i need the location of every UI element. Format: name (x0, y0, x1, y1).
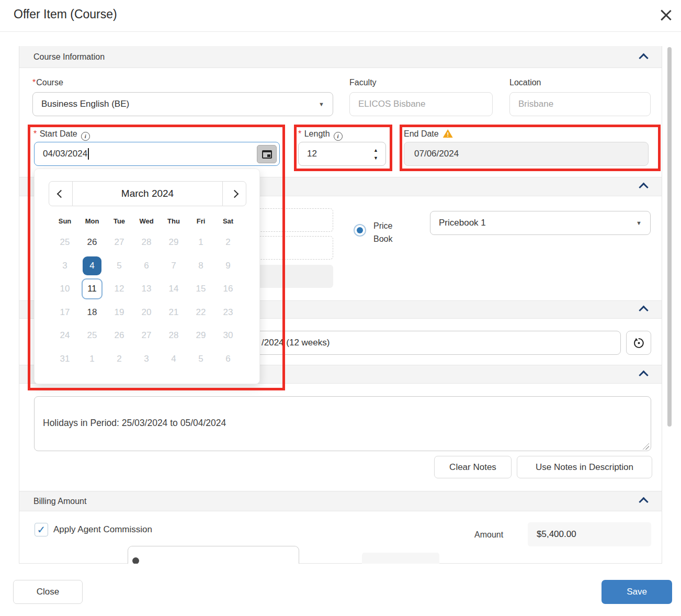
info-icon: i (81, 132, 90, 141)
price-book-radio[interactable] (354, 224, 366, 237)
end-date-field: 07/06/2024 (404, 142, 649, 166)
length-label: Lengthi (298, 129, 343, 141)
modal-title: Offer Item (Course) (14, 7, 117, 21)
previous-month-button[interactable] (49, 182, 72, 206)
calendar-day-22: 22 (191, 303, 210, 322)
notes-text: Holidays in Period: 25/03/2024 to 05/04/… (43, 418, 226, 428)
stepper-up-icon[interactable]: ▲ (373, 148, 378, 152)
calendar-day-11[interactable]: 11 (82, 278, 103, 299)
resize-handle[interactable] (642, 443, 649, 450)
next-month-button[interactable] (223, 182, 246, 206)
calendar-day-10: 10 (55, 279, 74, 298)
calendar-day-15: 15 (191, 279, 210, 298)
calendar-day-21: 21 (164, 303, 183, 322)
partial-field (128, 546, 299, 564)
faculty-value: ELICOS Bisbane (358, 99, 426, 109)
location-value: Brisbane (518, 99, 553, 109)
notes-textarea[interactable]: Holidays in Period: 25/03/2024 to 05/04/… (34, 396, 651, 451)
weekday-label: Sun (51, 217, 78, 225)
weekday-label: Thu (160, 217, 187, 225)
section-header-billing-amount: Billing Amount (19, 491, 662, 511)
calendar-day-8: 8 (191, 256, 210, 275)
calendar-day-14: 14 (164, 279, 183, 298)
calendar-day-4[interactable]: 4 (83, 256, 101, 275)
course-select[interactable]: Business English (BE) ▼ (32, 92, 333, 116)
calendar-day-6: 6 (137, 256, 156, 275)
chevron-up-icon[interactable] (639, 306, 648, 315)
warning-icon (443, 129, 453, 138)
chevron-right-icon (230, 189, 239, 198)
weekday-label: Tue (106, 217, 133, 225)
amount-field: $5,400.00 (528, 522, 651, 546)
section-title: Billing Amount (33, 497, 86, 506)
calendar-day-18[interactable]: 18 (83, 303, 101, 322)
weekday-label: Wed (133, 217, 160, 225)
scrollbar-thumb[interactable] (667, 47, 672, 427)
course-label: Course (32, 78, 63, 87)
section-title: Course Information (33, 52, 105, 62)
calendar-day-24: 24 (55, 326, 74, 345)
reset-description-button[interactable] (626, 331, 651, 355)
chevron-up-icon[interactable] (639, 497, 648, 507)
calendar-day-27: 27 (137, 326, 156, 345)
calendar-button[interactable] (257, 145, 277, 163)
calendar-month-label[interactable]: March 2024 (72, 182, 223, 206)
use-notes-in-description-button[interactable]: Use Notes in Description (517, 456, 652, 478)
calendar-day-26[interactable]: 26 (83, 233, 101, 252)
calendar-day-1: 1 (83, 350, 101, 368)
date-picker-popup: March 2024 SunMonTueWedThuFriSat 2526272… (34, 169, 260, 384)
calendar-day-28: 28 (164, 326, 183, 345)
amount-value: $5,400.00 (537, 529, 576, 540)
calendar-day-5: 5 (191, 350, 210, 368)
faculty-label: Faculty (349, 78, 377, 87)
calendar-day-12: 12 (110, 279, 129, 298)
weekday-label: Sat (214, 217, 242, 225)
apply-agent-commission-label: Apply Agent Commission (53, 524, 152, 535)
close-button[interactable]: Close (13, 580, 83, 604)
start-date-value: 04/03/2024 (43, 149, 87, 159)
pricebook-select[interactable]: Pricebook 1 ▼ (430, 211, 651, 235)
text-cursor (88, 148, 89, 160)
partial-field-content (132, 557, 139, 564)
calendar-day-30: 30 (219, 326, 237, 345)
calendar-day-16: 16 (219, 279, 237, 298)
calendar-day-13: 13 (137, 279, 156, 298)
calendar-day-19: 19 (110, 303, 129, 322)
weekday-label: Mon (78, 217, 106, 225)
info-icon: i (334, 132, 343, 141)
calendar-day-28: 28 (137, 233, 156, 252)
check-icon: ✓ (37, 524, 46, 535)
calendar-nav: March 2024 (49, 181, 246, 206)
history-icon (633, 337, 645, 349)
chevron-up-icon[interactable] (639, 183, 648, 192)
partial-gray-field (362, 553, 439, 564)
chevron-down-icon: ▼ (636, 220, 642, 226)
calendar-day-9: 9 (219, 256, 237, 275)
stepper-down-icon[interactable]: ▼ (373, 156, 378, 160)
faculty-field: ELICOS Bisbane (349, 92, 493, 116)
calendar-day-5: 5 (110, 256, 129, 275)
length-stepper[interactable]: 12 ▲ ▼ (298, 142, 386, 166)
chevron-left-icon (56, 189, 65, 198)
calendar-day-2: 2 (110, 350, 129, 368)
chevron-up-icon[interactable] (639, 53, 648, 62)
price-book-label: Price Book (373, 219, 405, 245)
apply-agent-commission-checkbox[interactable]: ✓ (35, 523, 48, 536)
location-field: Brisbane (509, 92, 651, 116)
clear-notes-button[interactable]: Clear Notes (434, 456, 512, 478)
header-divider (0, 31, 681, 32)
calendar-weekday-row: SunMonTueWedThuFriSat (51, 217, 242, 225)
length-value: 12 (307, 149, 317, 159)
save-button[interactable]: Save (601, 580, 672, 604)
calendar-day-29: 29 (164, 233, 183, 252)
pricebook-value: Pricebook 1 (439, 218, 486, 228)
start-date-input[interactable]: 04/03/2024 (34, 142, 280, 166)
calendar-grid: 2526272829123456789101112131415161718192… (51, 231, 242, 371)
offer-item-modal: Offer Item (Course) Course Information C… (0, 0, 681, 616)
calendar-day-25: 25 (55, 233, 74, 252)
close-icon[interactable] (660, 9, 672, 20)
chevron-up-icon[interactable] (639, 370, 648, 379)
section-header-course-information: Course Information (19, 46, 662, 68)
calendar-day-20: 20 (137, 303, 156, 322)
description-visible-text: /2024 (12 weeks) (262, 338, 330, 348)
